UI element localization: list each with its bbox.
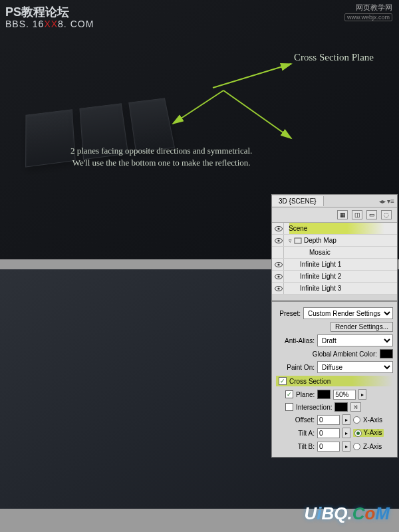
preset-select[interactable]: Custom Render Settings: [303, 307, 393, 319]
watermark-site-name: 网页教学网: [344, 3, 392, 13]
offset-input[interactable]: [317, 415, 340, 425]
tree-row-mosaic[interactable]: Mosaic: [272, 247, 397, 259]
depth-map-label: Depth Map: [304, 237, 336, 244]
intersection-label: Intersection:: [296, 404, 332, 411]
svg-point-6: [277, 227, 279, 229]
anti-alias-select[interactable]: Draft: [317, 334, 393, 346]
watermark-bbs-url: BBS. 16XX8. COM: [5, 19, 94, 29]
x-axis-label: X-Axis: [363, 416, 382, 424]
tilt-a-spinner[interactable]: ▸: [342, 428, 350, 438]
light-icon: [286, 273, 298, 280]
mosaic-label: Mosaic: [309, 249, 331, 256]
flip-icon[interactable]: ⤭: [350, 402, 361, 412]
y-axis-highlight: Y-Axis: [353, 429, 384, 437]
z-axis-radio[interactable]: [353, 443, 360, 450]
panel-filter-icons: ▦ ◫ ▭ ◌: [272, 207, 397, 223]
cross-section-checkbox[interactable]: [279, 377, 287, 385]
plane-opacity-input[interactable]: [333, 390, 356, 400]
intersection-color-swatch[interactable]: [334, 402, 348, 412]
filter-whole-scene-icon[interactable]: ▦: [337, 210, 348, 219]
filter-lights-icon[interactable]: ◌: [381, 210, 392, 219]
x-axis-radio[interactable]: [353, 416, 360, 424]
intersection-checkbox[interactable]: [285, 403, 293, 411]
offset-spinner[interactable]: ▸: [342, 414, 350, 425]
bbs-suffix: 8. COM: [58, 19, 94, 29]
global-ambient-swatch[interactable]: [380, 349, 393, 358]
svg-point-12: [277, 263, 279, 265]
filter-meshes-icon[interactable]: ◫: [352, 210, 362, 219]
caption-line-2: We'll use the the bottom one to make the…: [70, 157, 252, 169]
eye-icon[interactable]: [275, 274, 283, 279]
panel-tab-bar: 3D {SCENE} ◂▸ ▾≡: [272, 195, 397, 207]
twisty-icon[interactable]: ▿: [286, 237, 292, 244]
panel-collapse-icon[interactable]: ◂▸: [379, 198, 386, 205]
svg-rect-9: [295, 238, 301, 243]
tilt-b-label: Tilt B:: [276, 443, 315, 450]
material-icon: [286, 249, 307, 256]
tilt-b-input[interactable]: [317, 442, 340, 452]
cross-section-label: Cross Section: [289, 378, 331, 385]
tilt-a-input[interactable]: [317, 428, 340, 438]
watermark-forum-title: PS教程论坛: [5, 4, 69, 20]
scene-tree: Scene ▿ Depth Map Mosaic Infinite Light …: [272, 223, 397, 295]
paint-on-select[interactable]: Diffuse: [317, 361, 393, 373]
eye-icon[interactable]: [275, 226, 283, 231]
preset-label: Preset:: [276, 310, 301, 317]
tree-row-light-1[interactable]: Infinite Light 1: [272, 259, 397, 271]
tab-3d-scene[interactable]: 3D {SCENE}: [272, 196, 324, 206]
watermark-uibq: UiBQ.CoM: [304, 503, 390, 524]
annotation-caption: 2 planes facing opposite directions and …: [70, 145, 252, 169]
annotation-cross-section-label: Cross Section Plane: [294, 52, 374, 63]
tree-row-scene[interactable]: Scene: [272, 223, 397, 235]
plane-color-swatch[interactable]: [317, 390, 331, 399]
light-2-label: Infinite Light 2: [300, 273, 341, 280]
scene-label: Scene: [286, 225, 307, 232]
anti-alias-label: Anti-Alias:: [276, 337, 315, 344]
offset-label: Offset:: [276, 416, 315, 424]
y-axis-radio[interactable]: [354, 430, 362, 437]
tilt-b-spinner[interactable]: ▸: [342, 441, 350, 452]
light-icon: [286, 285, 298, 292]
plane-opacity-spinner[interactable]: ▸: [358, 389, 366, 400]
cross-section-header: Cross Section: [276, 376, 393, 386]
global-ambient-label: Global Ambient Color:: [276, 350, 377, 358]
z-axis-label: Z-Axis: [363, 443, 382, 450]
render-settings-button[interactable]: Render Settings...: [331, 322, 393, 332]
eye-icon[interactable]: [275, 238, 283, 243]
light-1-label: Infinite Light 1: [300, 261, 341, 268]
eye-icon[interactable]: [275, 262, 283, 267]
svg-point-17: [277, 275, 279, 277]
panel-menu-icon[interactable]: ▾≡: [387, 198, 394, 205]
3d-scene-panel: 3D {SCENE} ◂▸ ▾≡ ▦ ◫ ▭ ◌ Scene ▿ Depth M…: [271, 194, 398, 458]
svg-point-20: [277, 287, 279, 289]
tree-row-light-2[interactable]: Infinite Light 2: [272, 271, 397, 283]
y-axis-label: Y-Axis: [364, 429, 382, 436]
plane-checkbox[interactable]: [285, 390, 293, 398]
3d-text-top: [25, 89, 260, 184]
tilt-a-label: Tilt A:: [276, 430, 315, 437]
plane-label: Plane:: [296, 391, 315, 398]
tree-row-depth-map[interactable]: ▿ Depth Map: [272, 235, 397, 247]
svg-point-8: [277, 239, 279, 241]
eye-icon[interactable]: [275, 286, 283, 291]
render-controls: Preset: Custom Render Settings Render Se…: [272, 302, 397, 457]
bbs-prefix: BBS. 16: [5, 19, 44, 29]
light-3-label: Infinite Light 3: [300, 285, 341, 292]
filter-materials-icon[interactable]: ▭: [366, 210, 377, 219]
mesh-icon: [294, 237, 302, 244]
caption-line-1: 2 planes facing opposite directions and …: [70, 145, 252, 157]
watermark-site-url: www.webjx.com: [344, 13, 392, 21]
tree-row-light-3[interactable]: Infinite Light 3: [272, 283, 397, 295]
watermark-top-right: 网页教学网 www.webjx.com: [344, 3, 392, 21]
paint-on-label: Paint On:: [276, 364, 315, 371]
bbs-red: XX: [44, 19, 58, 29]
light-icon: [286, 261, 298, 268]
